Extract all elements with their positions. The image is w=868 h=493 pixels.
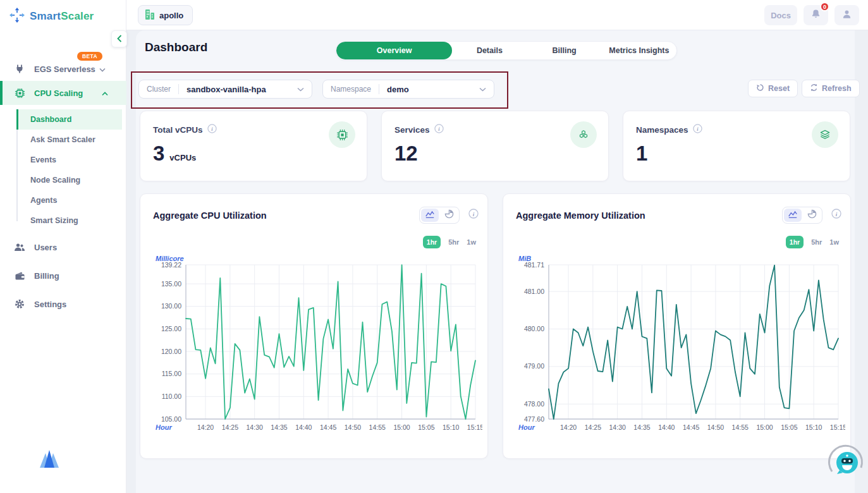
users-icon — [14, 243, 25, 252]
sidebar: SmartScaler BETA EGS Serverless CPU Scal… — [0, 0, 126, 493]
range-5hr[interactable]: 5hr — [811, 238, 822, 246]
svg-text:14:35: 14:35 — [633, 423, 650, 431]
svg-text:14:40: 14:40 — [658, 423, 675, 431]
svg-text:15:10: 15:10 — [805, 423, 822, 431]
svg-text:i: i — [211, 126, 213, 132]
chatbot-launcher[interactable] — [823, 439, 868, 484]
cluster-select[interactable]: Cluster sandbox-vanilla-hpa — [138, 80, 312, 99]
svg-text:481.00: 481.00 — [524, 288, 544, 295]
sidebar-item-egs-serverless[interactable]: BETA EGS Serverless — [0, 59, 126, 78]
cpu-utilization-chart-card: Aggregate CPU Utilization i 1hr 5hr 1w 1… — [140, 193, 488, 459]
namespace-select[interactable]: Namespace demo — [322, 80, 494, 99]
reset-button[interactable]: Reset — [748, 80, 798, 97]
svg-text:135.00: 135.00 — [161, 280, 181, 288]
tab-metrics-insights[interactable]: Metrics Insights — [602, 42, 676, 59]
svg-text:15:05: 15:05 — [781, 423, 797, 431]
svg-text:105.00: 105.00 — [161, 415, 181, 423]
svg-text:15:15: 15:15 — [830, 423, 845, 431]
chevron-down-icon — [99, 63, 106, 75]
cpu-chip-icon — [329, 121, 355, 148]
chart-type-toggle — [419, 207, 460, 224]
bell-icon — [810, 8, 822, 22]
stat-value: 12 — [394, 142, 418, 166]
refresh-button[interactable]: Refresh — [802, 80, 860, 97]
sidebar-item-node-scaling[interactable]: Node Scaling — [16, 170, 122, 190]
info-icon[interactable]: i — [434, 124, 444, 136]
range-1w[interactable]: 1w — [829, 238, 839, 246]
info-icon[interactable]: i — [831, 209, 841, 219]
beta-badge: BETA — [77, 52, 102, 61]
sidebar-item-agents[interactable]: Agents — [16, 190, 122, 210]
svg-text:130.00: 130.00 — [161, 302, 181, 310]
svg-text:477.60: 477.60 — [524, 415, 544, 423]
svg-text:125.00: 125.00 — [161, 325, 181, 332]
line-chart-toggle[interactable] — [784, 209, 802, 222]
sidebar-item-settings[interactable]: Settings — [0, 295, 126, 313]
brand-scaler: Scaler — [61, 10, 94, 22]
sidebar-item-cpu-scaling[interactable]: CPU Scaling — [0, 81, 126, 105]
info-icon[interactable]: i — [207, 124, 217, 136]
svg-text:110.00: 110.00 — [162, 393, 181, 400]
notifications-button[interactable]: 0 — [804, 5, 828, 25]
tab-bar: Overview Details Billing Metrics Insight… — [336, 41, 677, 60]
pie-chart-toggle[interactable] — [440, 209, 458, 222]
buildings-icon — [145, 9, 155, 22]
gear-icon — [14, 299, 25, 309]
svg-text:14:55: 14:55 — [369, 423, 386, 431]
pie-chart-icon — [444, 209, 454, 221]
info-icon[interactable]: i — [693, 124, 702, 136]
stat-value: 3 — [153, 142, 164, 166]
sidebar-item-ask-smart-scaler[interactable]: Ask Smart Scaler — [16, 130, 122, 150]
user-menu-button[interactable] — [834, 5, 859, 25]
svg-text:480.00: 480.00 — [524, 325, 544, 332]
range-5hr[interactable]: 5hr — [448, 238, 459, 246]
page-title: Dashboard — [145, 40, 207, 54]
svg-text:14:40: 14:40 — [295, 423, 312, 431]
range-1hr[interactable]: 1hr — [786, 236, 804, 248]
pie-chart-toggle[interactable] — [803, 209, 821, 222]
docs-button[interactable]: Docs — [764, 5, 797, 25]
svg-text:15:00: 15:00 — [393, 423, 410, 431]
sidebar-item-smart-sizing[interactable]: Smart Sizing — [16, 210, 122, 231]
reset-icon — [756, 83, 764, 94]
org-selector[interactable]: apollo — [138, 5, 193, 25]
cpu-utilization-chart: 139.22135.00130.00125.00120.00115.00110.… — [147, 255, 482, 444]
svg-text:i: i — [438, 126, 440, 132]
org-name: apollo — [159, 11, 183, 20]
range-1w[interactable]: 1w — [467, 238, 476, 246]
svg-text:115.00: 115.00 — [162, 370, 181, 377]
svg-text:14:25: 14:25 — [585, 423, 601, 431]
sidebar-item-users[interactable]: Users — [0, 238, 126, 257]
user-icon — [841, 8, 853, 22]
sidebar-item-events[interactable]: Events — [16, 150, 122, 170]
tab-billing[interactable]: Billing — [527, 42, 602, 59]
svg-text:14:35: 14:35 — [271, 423, 287, 431]
crown-logo — [37, 449, 62, 472]
refresh-icon — [810, 83, 818, 94]
sidebar-collapse-button[interactable] — [111, 30, 127, 47]
svg-text:i: i — [473, 211, 475, 217]
svg-text:14:55: 14:55 — [732, 423, 749, 431]
line-chart-toggle[interactable] — [421, 209, 439, 222]
topbar: apollo Docs 0 — [126, 0, 868, 30]
chevron-left-icon — [117, 33, 122, 45]
svg-text:14:50: 14:50 — [707, 423, 724, 431]
sidebar-item-billing[interactable]: Billing — [0, 266, 126, 285]
svg-text:Millicore: Millicore — [156, 255, 184, 262]
svg-text:14:45: 14:45 — [683, 423, 699, 431]
chevron-up-icon — [102, 87, 108, 99]
sidebar-item-dashboard[interactable]: Dashboard — [16, 109, 122, 130]
svg-text:120.00: 120.00 — [161, 348, 181, 355]
services-icon — [570, 121, 597, 148]
range-1hr[interactable]: 1hr — [423, 236, 441, 248]
memory-utilization-chart: 481.71481.00480.00479.00478.00477.6014:2… — [510, 255, 845, 444]
svg-text:14:30: 14:30 — [247, 423, 263, 431]
svg-text:15:10: 15:10 — [443, 423, 459, 431]
notification-badge: 0 — [820, 2, 829, 11]
tab-overview[interactable]: Overview — [336, 42, 452, 59]
svg-text:MiB: MiB — [518, 255, 531, 262]
tab-details[interactable]: Details — [452, 42, 527, 59]
chevron-down-icon — [297, 87, 304, 92]
info-icon[interactable]: i — [468, 209, 479, 219]
chart-title: Aggregate CPU Utilization — [153, 210, 267, 221]
